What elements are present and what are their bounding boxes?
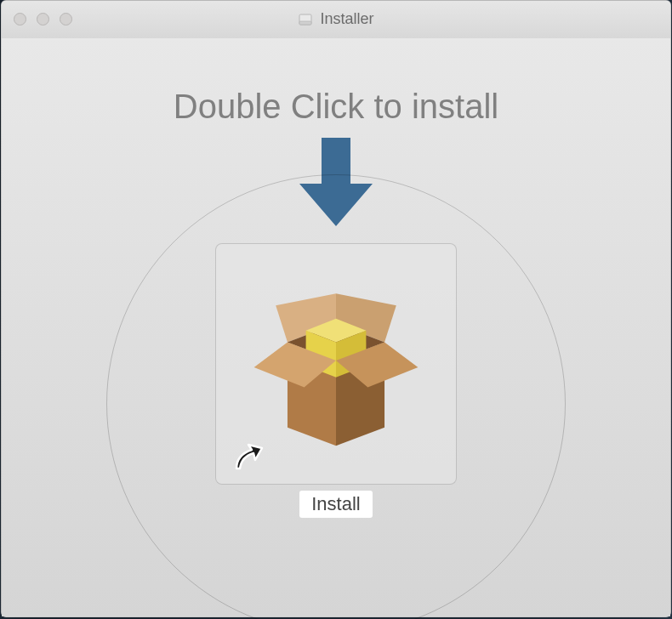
instruction-text: Double Click to install xyxy=(174,88,498,126)
traffic-lights xyxy=(2,13,72,26)
title-center: Installer xyxy=(298,10,373,28)
shortcut-arrow-icon xyxy=(230,440,265,475)
window-title: Installer xyxy=(320,10,373,28)
minimize-button[interactable] xyxy=(37,13,49,26)
installer-window: Installer Double Click to install xyxy=(1,0,671,617)
titlebar: Installer xyxy=(2,1,670,38)
close-button[interactable] xyxy=(14,13,26,26)
install-label: Install xyxy=(299,490,373,519)
icon-well xyxy=(215,243,457,485)
svg-rect-1 xyxy=(299,21,311,25)
disk-icon xyxy=(298,12,313,27)
package-box-icon xyxy=(236,262,436,466)
content-area: Double Click to install xyxy=(2,38,670,616)
install-shortcut[interactable]: Install xyxy=(215,243,457,519)
zoom-button[interactable] xyxy=(60,13,72,26)
